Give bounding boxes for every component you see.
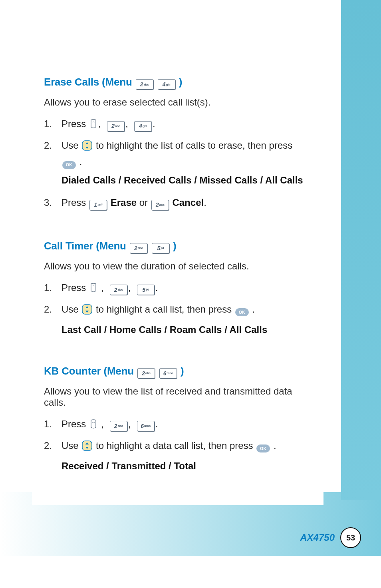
svg-rect-3 — [82, 305, 92, 314]
key-2-icon: 2abc — [137, 368, 155, 379]
heading-text: Call Timer (Menu — [44, 240, 129, 252]
heading-kb-counter: KB Counter (Menu 2abc 6mno ) — [44, 365, 308, 379]
step-text: or — [139, 197, 151, 208]
heading-close: ) — [173, 240, 176, 252]
step-body: Press , 2abc, 4ghi. — [62, 117, 308, 133]
options-list: Last Call / Home Calls / Roam Calls / Al… — [62, 324, 308, 335]
ok-icon: OK — [62, 161, 76, 169]
step-number: 1. — [44, 117, 62, 131]
steps-kb: 1. Press , 2abc, 6mno. 2. Use — [44, 417, 308, 472]
heading-erase-calls: Erase Calls (Menu 2abc 4ghi ) — [44, 76, 308, 90]
key-2-icon: 2abc — [107, 121, 125, 132]
key-2-icon: 2abc — [136, 79, 153, 90]
options-list: Received / Transmitted / Total — [62, 460, 308, 472]
step-text: Use — [62, 140, 81, 151]
step: 3. Press 1@.° Erase or 2abc Cancel. — [44, 195, 308, 210]
step-text: Press — [62, 419, 89, 429]
key-2-icon: 2abc — [151, 200, 169, 210]
step-number: 2. — [44, 302, 62, 317]
step-text: Press — [62, 282, 89, 293]
action-erase: Erase — [111, 197, 137, 208]
lead-erase: Allows you to erase selected call list(s… — [44, 97, 308, 108]
step-text: Use — [62, 304, 81, 315]
step-body: Use to highlight a data call list, then … — [62, 439, 308, 455]
step-body: Press 1@.° Erase or 2abc Cancel. — [62, 195, 308, 210]
side-accent-band — [341, 0, 381, 500]
key-5-icon: 5jkl — [137, 285, 155, 295]
key-4-icon: 4ghi — [134, 121, 152, 132]
step: 1. Press , 2abc, 4ghi. — [44, 117, 308, 133]
heading-close: ) — [181, 365, 184, 377]
step: 2. Use to highlight the list of calls to… — [44, 138, 308, 169]
step-body: Press , 2abc, 5jkl. — [62, 281, 308, 297]
softkey-icon — [89, 118, 97, 133]
step-body: Press , 2abc, 6mno. — [62, 417, 308, 433]
step-text: to highlight the list of calls to erase,… — [96, 140, 292, 151]
page-footer: AX4750 53 — [300, 527, 361, 548]
step-number: 3. — [44, 195, 62, 210]
heading-text: Erase Calls (Menu — [44, 76, 135, 88]
options-list: Dialed Calls / Received Calls / Missed C… — [62, 175, 308, 186]
heading-close: ) — [179, 76, 182, 88]
nav-wheel-icon — [82, 304, 92, 319]
step-number: 1. — [44, 281, 62, 295]
key-2-icon: 2abc — [110, 285, 127, 295]
key-4-icon: 4ghi — [158, 79, 175, 90]
step-number: 2. — [44, 138, 62, 153]
key-6-icon: 6mno — [137, 421, 155, 431]
step-body: Use to highlight the list of calls to er… — [62, 138, 308, 169]
step-number: 1. — [44, 417, 62, 431]
lead-kb: Allows you to view the list of received … — [44, 386, 308, 408]
step: 1. Press , 2abc, 5jkl. — [44, 281, 308, 297]
step-text: to highlight a call list, then press — [96, 304, 234, 315]
step-number: 2. — [44, 439, 62, 453]
page-number: 53 — [340, 527, 361, 548]
svg-rect-0 — [82, 141, 92, 150]
nav-wheel-icon — [82, 441, 92, 455]
ok-icon: OK — [235, 308, 249, 316]
step-text: to highlight a data call list, then pres… — [96, 440, 256, 451]
softkey-icon — [89, 282, 97, 297]
nav-wheel-icon — [82, 140, 92, 155]
key-6-icon: 6mno — [159, 368, 177, 379]
key-2-icon: 2abc — [130, 243, 147, 253]
step-body: Use to highlight a call list, then press… — [62, 302, 308, 319]
step: 2. Use to highlight a call list, then pr… — [44, 302, 308, 319]
key-1-icon: 1@.° — [89, 200, 107, 210]
step-text: Press — [62, 197, 89, 208]
key-5-icon: 5jkl — [152, 243, 169, 253]
step-text: Use — [62, 440, 81, 451]
steps-timer: 1. Press , 2abc, 5jkl. 2. Use — [44, 281, 308, 335]
content-area: Erase Calls (Menu 2abc 4ghi ) Allows you… — [32, 60, 323, 505]
step-text: Press — [62, 118, 89, 129]
softkey-icon — [89, 419, 97, 433]
heading-text: KB Counter (Menu — [44, 365, 137, 377]
key-2-icon: 2abc — [110, 421, 127, 431]
svg-rect-6 — [82, 441, 92, 450]
steps-erase: 1. Press , 2abc, 4ghi. 2. Use — [44, 117, 308, 210]
lead-timer: Allows you to view the duration of selec… — [44, 261, 308, 272]
ok-icon: OK — [256, 444, 270, 452]
heading-call-timer: Call Timer (Menu 2abc 5jkl ) — [44, 240, 308, 253]
action-cancel: Cancel — [172, 197, 204, 208]
manual-page: Erase Calls (Menu 2abc 4ghi ) Allows you… — [0, 0, 381, 588]
step: 1. Press , 2abc, 6mno. — [44, 417, 308, 433]
model-name: AX4750 — [300, 532, 335, 543]
step: 2. Use to highlight a data call list, th… — [44, 439, 308, 455]
